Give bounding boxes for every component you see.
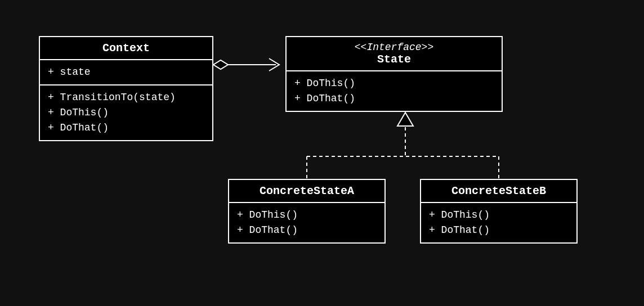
uml-method: + DoThat() (237, 223, 377, 238)
uml-method: + TransitionTo(state) (48, 90, 204, 105)
uml-class-name: State (377, 53, 411, 66)
uml-attribute: + state (48, 65, 204, 80)
uml-methods: + DoThis() + DoThat() (229, 203, 384, 242)
uml-class-title: ConcreteStateA (229, 180, 384, 203)
uml-class-concrete-state-b: ConcreteStateB + DoThis() + DoThat() (420, 179, 578, 244)
uml-method: + DoThat() (294, 91, 494, 106)
uml-class-concrete-state-a: ConcreteStateA + DoThis() + DoThat() (228, 179, 386, 244)
realization-connector-icon (307, 112, 499, 179)
uml-method: + DoThis() (48, 105, 204, 120)
svg-marker-1 (213, 60, 228, 69)
svg-marker-6 (397, 112, 413, 126)
uml-class-context: Context + state + TransitionTo(state) + … (39, 36, 213, 141)
uml-class-title: <<Interface>> State (287, 37, 502, 71)
uml-stereotype: <<Interface>> (293, 42, 495, 53)
uml-interface-state: <<Interface>> State + DoThis() + DoThat(… (285, 36, 503, 112)
uml-class-title: ConcreteStateB (421, 180, 576, 203)
uml-method: + DoThis() (237, 208, 377, 223)
uml-method: + DoThis() (429, 208, 569, 223)
uml-method: + DoThat() (48, 120, 204, 136)
uml-method: + DoThat() (429, 223, 569, 238)
uml-class-title: Context (40, 37, 212, 60)
uml-methods: + DoThis() + DoThat() (421, 203, 576, 242)
uml-method: + DoThis() (294, 76, 494, 91)
aggregation-connector-icon (213, 58, 279, 71)
uml-methods: + DoThis() + DoThat() (287, 71, 502, 111)
uml-attributes: + state (40, 60, 212, 86)
uml-methods: + TransitionTo(state) + DoThis() + DoTha… (40, 86, 212, 140)
